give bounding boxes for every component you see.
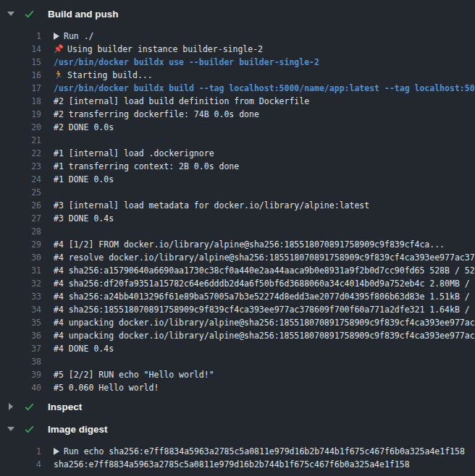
line-content: #2 [internal] load build definition from… <box>54 96 309 106</box>
log-line: 23 #1 transferring context: 2B 0.0s done <box>0 160 475 173</box>
log-line: 40 #5 0.060 Hello world! <box>0 381 475 394</box>
line-number[interactable]: 26 <box>0 200 41 211</box>
line-content: #3 DONE 0.4s <box>54 213 114 224</box>
section-lines: 1 Run ./ 14 📌Using builder instance buil… <box>0 30 475 394</box>
log-line: 4 sha256:e7ff8834a5963a2785c5a0811e979d1… <box>0 458 475 471</box>
log-line: 21 <box>0 134 475 147</box>
log-line: 38 <box>0 355 475 368</box>
line-content: 📌Using builder instance builder-single-2 <box>54 44 263 54</box>
line-text: #5 0.060 Hello world! <box>54 383 159 393</box>
line-number[interactable]: 1 <box>0 31 41 41</box>
success-check-icon <box>24 9 35 20</box>
line-number[interactable]: 1 <box>0 446 41 456</box>
log-line: 29 #4 [1/2] FROM docker.io/library/alpin… <box>0 238 475 251</box>
chevron-right-icon[interactable] <box>7 402 14 411</box>
line-text: #2 transferring dockerfile: 74B 0.0s don… <box>54 109 259 119</box>
log-line: 31 #4 sha256:a15790640a6690aa1730c38cf0a… <box>0 264 475 277</box>
line-number[interactable]: 14 <box>0 44 41 54</box>
log-line: 32 #4 sha256:df20fa9351a15782c64e6dddb2d… <box>0 277 475 290</box>
line-content: #1 [internal] load .dockerignore <box>54 148 214 158</box>
section-title: Inspect <box>48 401 82 412</box>
line-text: #4 sha256:df20fa9351a15782c64e6dddb2d4a6… <box>54 279 475 289</box>
log-line: 27 #3 DONE 0.4s <box>0 212 475 225</box>
log-line: 1 Run echo sha256:e7ff8834a5963a2785c5a0… <box>0 445 475 458</box>
line-number[interactable]: 36 <box>0 331 41 341</box>
line-content: Run ./ <box>54 31 94 41</box>
line-number[interactable]: 33 <box>0 292 41 302</box>
line-content: #1 DONE 0.0s <box>54 174 114 184</box>
run-group-chevron-icon[interactable] <box>54 448 59 455</box>
runner-icon: 🏃 <box>54 70 64 80</box>
line-number[interactable]: 27 <box>0 213 41 224</box>
section-lines: 1 Run echo sha256:e7ff8834a5963a2785c5a0… <box>0 445 475 471</box>
line-number[interactable]: 29 <box>0 239 41 250</box>
section-header-build-and-push[interactable]: Build and push <box>0 6 475 22</box>
line-text: #4 sha256:a15790640a6690aa1730c38cf0a440… <box>54 265 475 276</box>
line-number[interactable]: 30 <box>0 252 41 263</box>
log-section: Inspect <box>0 399 475 415</box>
line-content: #4 sha256:a24bb4013296f61e89ba57005a7b3e… <box>54 292 475 302</box>
line-number[interactable]: 35 <box>0 318 41 328</box>
line-text: #4 resolve docker.io/library/alpine@sha2… <box>54 252 475 263</box>
line-text: #4 sha256:185518070891758909c9f839cf4ca3… <box>54 305 475 315</box>
line-number[interactable]: 4 <box>0 459 41 469</box>
line-content: 🏃Starting build... <box>54 70 153 80</box>
line-number[interactable]: 15 <box>0 57 41 67</box>
line-content: #4 [1/2] FROM docker.io/library/alpine@s… <box>54 239 445 250</box>
section-title: Image digest <box>48 424 108 435</box>
log-section: Build and push 1 Run ./ 14 📌Using builde… <box>0 6 475 394</box>
line-content: #3 [internal] load metadata for docker.i… <box>54 200 369 211</box>
chevron-down-icon[interactable] <box>7 425 14 433</box>
line-text: /usr/bin/docker buildx use --builder bui… <box>54 57 319 67</box>
log-line: 17 /usr/bin/docker buildx build --tag lo… <box>0 82 475 95</box>
log-line: 35 #4 unpacking docker.io/library/alpine… <box>0 316 475 329</box>
log-line: 1 Run ./ <box>0 30 475 43</box>
line-number[interactable]: 34 <box>0 305 41 315</box>
chevron-down-icon[interactable] <box>7 9 14 18</box>
pushpin-icon: 📌 <box>54 44 64 54</box>
line-number[interactable]: 17 <box>0 83 41 93</box>
line-text: #2 DONE 0.0s <box>54 122 114 132</box>
line-text: #4 [1/2] FROM docker.io/library/alpine@s… <box>54 239 445 250</box>
line-content: #4 sha256:df20fa9351a15782c64e6dddb2d4a6… <box>54 279 475 289</box>
line-text: #5 [2/2] RUN echo "Hello world!" <box>54 370 214 380</box>
line-number[interactable]: 32 <box>0 279 41 289</box>
line-number[interactable]: 39 <box>0 370 41 380</box>
line-number[interactable]: 37 <box>0 344 41 354</box>
line-content: #4 sha256:185518070891758909c9f839cf4ca3… <box>54 305 475 315</box>
line-text: Run echo sha256:e7ff8834a5963a2785c5a081… <box>64 446 465 456</box>
line-number[interactable]: 21 <box>0 135 41 145</box>
line-content: #2 DONE 0.0s <box>54 122 114 132</box>
line-number[interactable]: 18 <box>0 96 41 106</box>
log-line: 39 #5 [2/2] RUN echo "Hello world!" <box>0 368 475 381</box>
log-line: 19 #2 transferring dockerfile: 74B 0.0s … <box>0 108 475 121</box>
log-line: 26 #3 [internal] load metadata for docke… <box>0 199 475 212</box>
line-number[interactable]: 38 <box>0 357 41 367</box>
actions-job-log: Build and push 1 Run ./ 14 📌Using builde… <box>0 0 475 471</box>
line-number[interactable]: 24 <box>0 174 41 184</box>
section-header-inspect[interactable]: Inspect <box>0 399 475 415</box>
line-number[interactable]: 28 <box>0 226 41 237</box>
line-number[interactable]: 20 <box>0 122 41 132</box>
log-line: 30 #4 resolve docker.io/library/alpine@s… <box>0 251 475 264</box>
line-number[interactable]: 16 <box>0 70 41 80</box>
line-number[interactable]: 25 <box>0 187 41 197</box>
line-content: #4 resolve docker.io/library/alpine@sha2… <box>54 252 475 263</box>
line-text: /usr/bin/docker buildx build --tag local… <box>54 83 475 93</box>
log-line: 20 #2 DONE 0.0s <box>0 121 475 134</box>
line-number[interactable]: 40 <box>0 383 41 393</box>
line-content: #4 DONE 0.4s <box>54 344 114 354</box>
line-text: #3 [internal] load metadata for docker.i… <box>54 200 369 211</box>
line-text: #2 [internal] load build definition from… <box>54 96 309 106</box>
section-header-image-digest[interactable]: Image digest <box>0 421 475 437</box>
line-number[interactable]: 19 <box>0 109 41 119</box>
line-number[interactable]: 31 <box>0 265 41 276</box>
log-line: 34 #4 sha256:185518070891758909c9f839cf4… <box>0 303 475 316</box>
line-number[interactable]: 22 <box>0 148 41 158</box>
line-number[interactable]: 23 <box>0 161 41 171</box>
line-content: /usr/bin/docker buildx build --tag local… <box>54 83 475 93</box>
line-text: Run ./ <box>64 31 94 41</box>
log-line: 15 /usr/bin/docker buildx use --builder … <box>0 56 475 69</box>
line-text: #1 transferring context: 2B 0.0s done <box>54 161 239 171</box>
run-group-chevron-icon[interactable] <box>54 33 59 40</box>
